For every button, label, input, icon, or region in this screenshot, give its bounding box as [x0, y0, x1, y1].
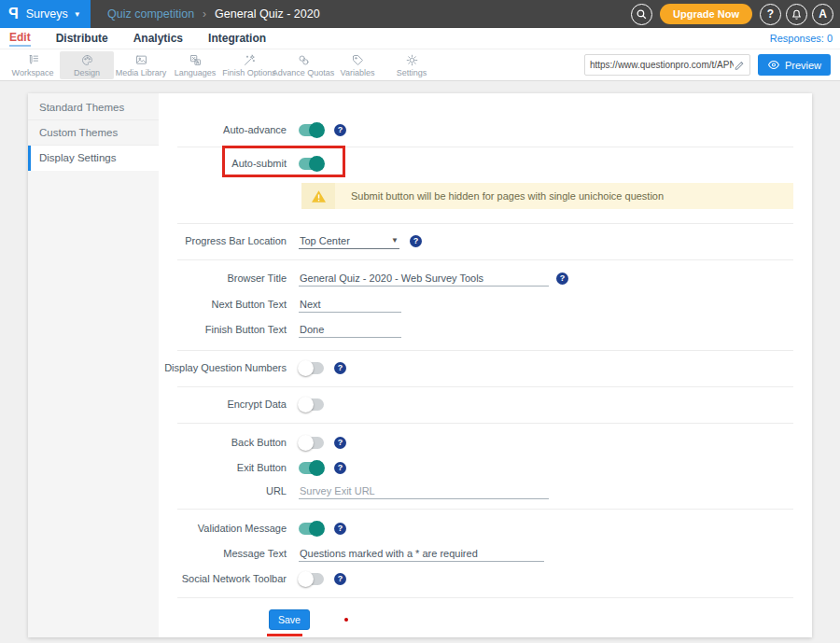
product-name: Surveys: [26, 7, 68, 21]
auto-advance-row: Auto-advance ?: [159, 121, 812, 138]
toolbar-media-library[interactable]: Media Library: [114, 51, 168, 79]
display-question-numbers-toggle[interactable]: [299, 362, 324, 374]
validation-message-row: Validation Message ?: [159, 520, 812, 537]
tab-integration[interactable]: Integration: [208, 32, 266, 45]
exit-button-row: Exit Button ?: [159, 459, 812, 476]
toolbar-finish-options[interactable]: Finish Options: [222, 51, 276, 79]
message-text-input[interactable]: [299, 546, 544, 562]
next-button-text-input[interactable]: [299, 297, 401, 313]
auto-advance-toggle[interactable]: [299, 124, 324, 136]
survey-url-input[interactable]: [590, 60, 734, 70]
edit-url-button[interactable]: [734, 57, 745, 74]
toggle-knob: [298, 571, 314, 587]
breadcrumb-separator-icon: ›: [203, 7, 206, 21]
preview-button[interactable]: Preview: [758, 54, 831, 76]
media-library-icon: [133, 53, 149, 67]
progress-bar-location-select[interactable]: Top Center ▼: [299, 233, 399, 249]
auto-advance-help-icon[interactable]: ?: [334, 124, 346, 136]
help-button[interactable]: ?: [760, 4, 781, 25]
finish-button-text-input[interactable]: [299, 322, 401, 338]
progress-bar-location-label: Progress Bar Location: [159, 235, 287, 246]
divider: [177, 386, 793, 387]
encrypt-data-label: Encrypt Data: [159, 398, 287, 410]
upgrade-now-button[interactable]: Upgrade Now: [660, 4, 752, 24]
question-mark-icon: ?: [767, 7, 774, 21]
display-question-numbers-help-icon[interactable]: ?: [334, 362, 346, 374]
sidebar-item-display-settings[interactable]: Display Settings: [28, 146, 159, 171]
tab-distribute[interactable]: Distribute: [56, 32, 108, 45]
chevron-down-icon: ▼: [74, 10, 81, 19]
next-button-text-row: Next Button Text: [159, 296, 812, 313]
exit-url-input[interactable]: [299, 483, 549, 499]
advance-quotas-links-icon: [296, 53, 312, 67]
divider: [177, 350, 793, 351]
auto-submit-row: Auto-submit: [159, 155, 812, 172]
validation-message-help-icon[interactable]: ?: [334, 523, 346, 535]
notifications-button[interactable]: [786, 4, 807, 25]
sidebar-item-custom-themes[interactable]: Custom Themes: [28, 120, 159, 146]
surveys-menu[interactable]: P Surveys ▼: [0, 0, 91, 28]
browser-title-label: Browser Title: [159, 273, 287, 284]
exit-button-toggle[interactable]: [299, 462, 324, 474]
tab-edit[interactable]: Edit: [9, 31, 31, 47]
header-actions: Upgrade Now ? A: [631, 4, 833, 25]
toolbar-variables[interactable]: Variables: [330, 51, 385, 79]
design-settings-card: Standard Themes Custom Themes Display Se…: [28, 93, 812, 637]
warning-triangle-icon: [311, 189, 327, 203]
progress-bar-help-icon[interactable]: ?: [410, 235, 422, 247]
divider: [177, 223, 793, 224]
save-button[interactable]: Save: [269, 609, 310, 630]
validation-message-toggle[interactable]: [299, 523, 324, 535]
pencil-icon: [734, 59, 745, 70]
social-network-toolbar-help-icon[interactable]: ?: [334, 573, 346, 585]
chevron-down-icon: ▼: [391, 236, 399, 245]
survey-nav-tabs: Edit Distribute Analytics Integration Re…: [0, 28, 840, 49]
eye-icon: [767, 60, 780, 70]
exit-button-help-icon[interactable]: ?: [334, 462, 346, 474]
toggle-knob: [298, 360, 314, 376]
auto-advance-label: Auto-advance: [159, 124, 287, 135]
browser-title-input[interactable]: [299, 271, 549, 287]
divider: [177, 597, 793, 598]
responses-count[interactable]: Responses: 0: [770, 33, 833, 44]
divider: [177, 259, 793, 260]
page-background: Standard Themes Custom Themes Display Se…: [0, 81, 840, 643]
settings-gear-icon: [404, 53, 420, 67]
auto-submit-toggle[interactable]: [299, 158, 324, 170]
encrypt-data-row: Encrypt Data: [159, 396, 812, 412]
survey-url-box: [584, 54, 750, 76]
search-button[interactable]: [631, 4, 652, 25]
tab-analytics[interactable]: Analytics: [133, 32, 183, 45]
save-row: Save: [269, 609, 812, 636]
exit-url-row: URL: [159, 482, 812, 499]
toolbar-design[interactable]: Design: [60, 51, 114, 79]
workspace-icon: [25, 53, 41, 67]
back-button-help-icon[interactable]: ?: [334, 437, 346, 449]
next-button-text-label: Next Button Text: [159, 299, 287, 310]
sidebar-item-standard-themes[interactable]: Standard Themes: [28, 95, 159, 120]
top-header-bar: P Surveys ▼ Quiz competition › General Q…: [0, 0, 840, 28]
browser-title-help-icon[interactable]: ?: [556, 273, 568, 285]
back-button-toggle[interactable]: [299, 437, 324, 449]
auto-submit-label: Auto-submit: [159, 158, 287, 169]
finish-options-wand-icon: [242, 53, 258, 67]
divider: [177, 509, 793, 510]
account-avatar[interactable]: A: [812, 4, 833, 25]
encrypt-data-toggle[interactable]: [299, 398, 324, 411]
selected-value: Top Center: [300, 235, 350, 246]
toolbar-workspace[interactable]: Workspace: [6, 51, 60, 79]
toolbar-advance-quotas[interactable]: Advance Quotas: [276, 51, 330, 79]
browser-title-row: Browser Title ?: [159, 270, 812, 287]
breadcrumb-folder[interactable]: Quiz competition: [107, 7, 194, 21]
toggle-knob: [309, 521, 325, 537]
divider: [177, 423, 793, 424]
exit-button-label: Exit Button: [159, 462, 287, 473]
message-text-label: Message Text: [159, 548, 287, 559]
edit-toolbar: Workspace Design Media Library Languages…: [0, 49, 840, 81]
avatar-letter: A: [819, 7, 827, 21]
display-settings-panel: Auto-advance ? Auto-submit Submit button…: [159, 93, 812, 637]
social-network-toolbar-toggle[interactable]: [299, 573, 324, 585]
toolbar-languages[interactable]: Languages: [168, 51, 222, 79]
toolbar-settings[interactable]: Settings: [385, 51, 439, 79]
warning-icon-strip: [301, 183, 335, 209]
